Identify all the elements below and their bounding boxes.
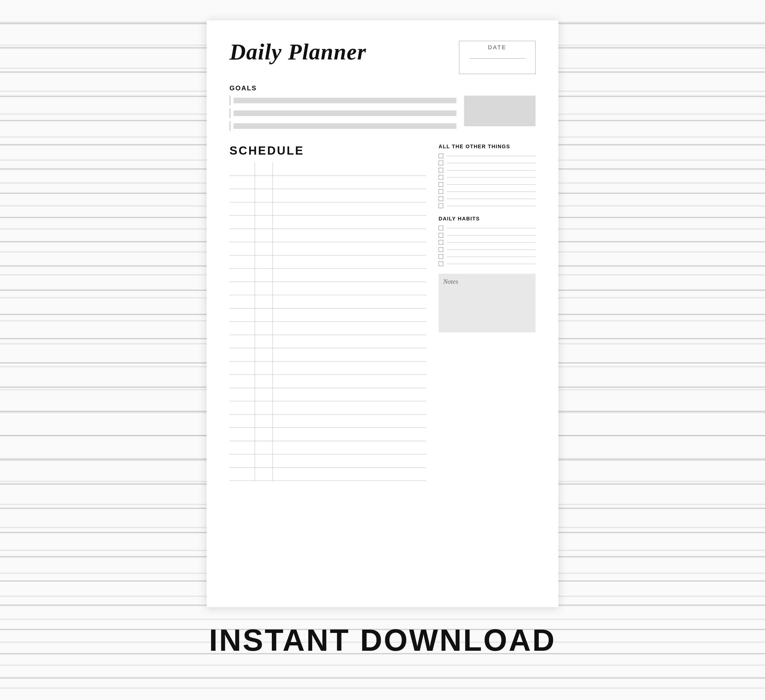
checkbox[interactable]	[439, 154, 443, 158]
instant-download-label: INSTANT DOWNLOAD	[209, 623, 556, 657]
time-slot	[230, 269, 255, 282]
sub-slot	[255, 229, 273, 242]
schedule-row	[230, 454, 426, 468]
habit-item	[439, 262, 535, 266]
checklist-line	[447, 184, 535, 185]
bottom-banner: INSTANT DOWNLOAD	[209, 623, 556, 657]
sub-slot	[255, 401, 273, 414]
schedule-title: SCHEDULE	[230, 143, 426, 158]
checkbox[interactable]	[439, 203, 443, 208]
schedule-content	[273, 295, 426, 308]
schedule-content	[273, 216, 426, 229]
checkbox[interactable]	[439, 182, 443, 187]
sub-slot	[255, 269, 273, 282]
other-things-title: ALL THE OTHER THINGS	[439, 143, 535, 150]
checklist-line	[447, 170, 535, 170]
schedule-content	[273, 415, 426, 427]
schedule-col: SCHEDULE	[230, 143, 426, 481]
time-slot	[230, 468, 255, 481]
time-slot	[230, 242, 255, 255]
checkbox[interactable]	[439, 189, 443, 194]
habit-checkbox[interactable]	[439, 247, 443, 252]
habit-checkbox[interactable]	[439, 262, 443, 266]
habit-checkbox[interactable]	[439, 233, 443, 238]
planner-title: Daily Planner	[230, 41, 367, 63]
main-columns: SCHEDULE	[230, 143, 535, 481]
checklist-line	[447, 249, 535, 250]
checklist-line	[447, 264, 535, 264]
habit-checkbox[interactable]	[439, 240, 443, 244]
schedule-row	[230, 295, 426, 308]
goal-bar-1	[234, 98, 456, 103]
schedule-content	[273, 335, 426, 348]
schedule-content	[273, 361, 426, 375]
goal-tick-1	[230, 96, 230, 106]
checklist-item	[439, 168, 535, 172]
sub-slot	[255, 441, 273, 454]
schedule-content	[273, 441, 426, 454]
schedule-row	[230, 348, 426, 361]
goal-tick-3	[230, 121, 230, 131]
schedule-row	[230, 361, 426, 375]
planner-card: Daily Planner DATE GOALS	[206, 20, 559, 607]
goals-label: GOALS	[230, 84, 535, 92]
time-slot	[230, 454, 255, 467]
time-slot	[230, 255, 255, 268]
checkbox[interactable]	[439, 161, 443, 165]
time-slot	[230, 428, 255, 441]
schedule-content	[273, 308, 426, 322]
goal-bar-2	[234, 110, 456, 116]
habit-checkbox[interactable]	[439, 254, 443, 259]
schedule-row	[230, 242, 426, 255]
schedule-row	[230, 229, 426, 242]
schedule-row	[230, 216, 426, 229]
time-slot	[230, 388, 255, 401]
page-wrapper: Daily Planner DATE GOALS	[206, 20, 559, 657]
checklist-item	[439, 175, 535, 180]
sub-slot	[255, 282, 273, 295]
checklist-line	[447, 163, 535, 163]
sub-slot	[255, 428, 273, 441]
checkbox[interactable]	[439, 196, 443, 201]
time-slot	[230, 441, 255, 454]
schedule-row	[230, 322, 426, 335]
checkbox[interactable]	[439, 168, 443, 172]
checkbox[interactable]	[439, 175, 443, 180]
goal-item-1	[230, 96, 456, 106]
schedule-row	[230, 415, 426, 428]
time-slot	[230, 229, 255, 242]
checklist-item	[439, 161, 535, 165]
time-slot	[230, 162, 255, 175]
schedule-row	[230, 269, 426, 282]
time-slot	[230, 176, 255, 189]
time-slot	[230, 216, 255, 229]
daily-habits-title: DAILY HABITS	[439, 216, 535, 222]
other-things-checklist	[439, 154, 535, 208]
schedule-content	[273, 401, 426, 414]
schedule-content	[273, 255, 426, 268]
schedule-content	[273, 189, 426, 202]
schedule-row	[230, 388, 426, 401]
time-slot	[230, 415, 255, 427]
habit-item	[439, 240, 535, 244]
schedule-row	[230, 308, 426, 322]
schedule-content	[273, 388, 426, 401]
notes-box: Notes	[439, 274, 535, 333]
date-line	[469, 58, 525, 59]
notes-label: Notes	[443, 278, 458, 285]
habit-checkbox[interactable]	[439, 226, 443, 230]
checklist-line	[447, 177, 535, 178]
schedule-row	[230, 428, 426, 441]
right-col: ALL THE OTHER THINGS	[439, 143, 535, 333]
schedule-row	[230, 335, 426, 348]
checklist-item	[439, 182, 535, 187]
schedule-content	[273, 348, 426, 361]
sub-slot	[255, 454, 273, 467]
schedule-content	[273, 269, 426, 282]
goals-image	[464, 96, 535, 126]
schedule-content	[273, 468, 426, 481]
schedule-row	[230, 375, 426, 388]
schedule-row	[230, 202, 426, 216]
sub-slot	[255, 295, 273, 308]
goal-bar-3	[234, 123, 456, 129]
